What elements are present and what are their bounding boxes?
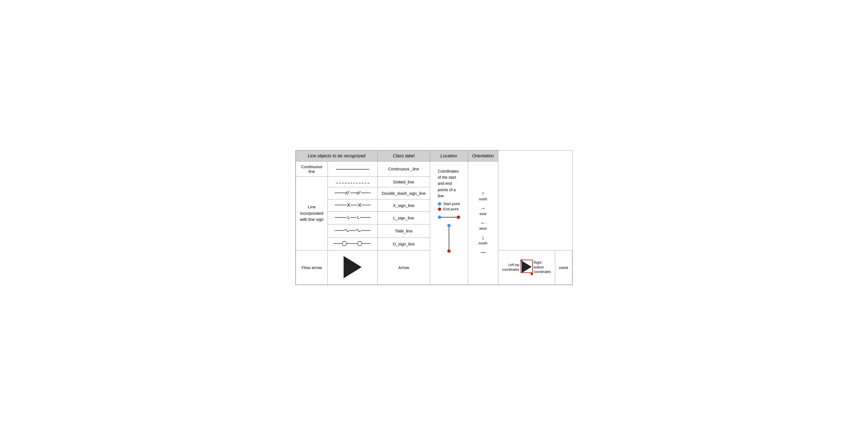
orient-north: ↑ north (479, 190, 487, 201)
flow-location-content: Left topcoordinates Right bottomcoordina… (502, 261, 551, 274)
vert-end-dot (447, 249, 451, 253)
x-sign-visual (328, 199, 377, 211)
flow-arrow-visual (328, 250, 377, 285)
continuous-line-graphic (336, 169, 369, 170)
header-class-label: Class label (377, 150, 430, 161)
continuous-line-name: Continuous line (296, 161, 328, 176)
flow-bottom-right-dot (530, 273, 533, 275)
orient-west: ← west (479, 220, 487, 231)
end-point-label: End point (443, 207, 459, 211)
orientation-list: ↑ north → east ← west ↓ (472, 190, 494, 256)
arrow-left-icon: ← (480, 220, 486, 226)
double-slash-graphic (333, 190, 372, 196)
orient-west-label: west (479, 226, 487, 231)
continuous-line-visual (328, 161, 377, 176)
orient-east: → east (479, 205, 487, 216)
dotted-line-visual (328, 176, 377, 187)
right-bottom-label: Right bottomcoordinates (534, 261, 551, 274)
flow-arrow-annotated (522, 261, 532, 274)
dotted-line-label: Dotted_line (377, 176, 430, 187)
arrow-none-icon: — (480, 249, 486, 256)
o-sign-visual (328, 237, 377, 250)
flow-arrow-label: Arrow (377, 250, 430, 285)
line-incorporated-name: Lineincorporatedwith line sign (296, 176, 328, 250)
start-point-dot (438, 202, 441, 206)
flow-arrow-location: Left topcoordinates Right bottomcoordina… (498, 250, 555, 285)
location-desc-text: Coordinates of the startand end points o… (438, 168, 460, 199)
arrow-right-icon: → (480, 205, 486, 211)
end-point-dot (438, 207, 441, 211)
header-orientation: Orientation (468, 150, 498, 161)
vert-line-example (438, 224, 460, 253)
orient-east-label: east (479, 212, 487, 216)
o-sign-graphic (332, 240, 374, 246)
double-slash-label: Double_slash_sign_line (377, 187, 430, 199)
orient-south: ↓ south (479, 234, 488, 245)
svg-point-27 (358, 241, 362, 246)
orient-none: — (480, 249, 486, 256)
tilde-visual (328, 224, 377, 237)
orient-south-label: south (479, 241, 488, 245)
horiz-line-example (438, 215, 460, 219)
flow-arrow-triangle-icon (344, 256, 362, 278)
o-sign-label: O_sign_line (377, 237, 430, 250)
tilde-graphic (333, 227, 372, 234)
recognition-table: Line objects to be recognized Class labe… (296, 150, 572, 285)
location-merged-cell: Coordinates of the startand end points o… (430, 161, 468, 285)
svg-point-25 (342, 241, 347, 246)
dotted-line-graphic (336, 183, 369, 183)
flow-arrow-name: Flow arrow (296, 250, 328, 285)
l-sign-visual (328, 211, 377, 224)
horiz-start-dot (438, 215, 441, 219)
start-point-label: Start point (443, 202, 460, 206)
header-line-objects: Line objects to be recognized (296, 150, 378, 161)
orient-north-label: north (479, 197, 487, 201)
continuous-line-label: Continuous _line (377, 161, 430, 176)
horiz-line (441, 217, 457, 218)
left-top-label: Left topcoordinates (502, 263, 519, 272)
x-sign-graphic (333, 202, 372, 208)
arrow-up-icon: ↑ (482, 190, 485, 197)
arrow-down-icon: ↓ (482, 234, 485, 241)
x-sign-label: X_sign_line (377, 199, 430, 211)
tilde-label: Tilde_line (377, 224, 430, 237)
horiz-end-dot (457, 215, 460, 219)
main-table-wrapper: Line objects to be recognized Class labe… (295, 150, 573, 285)
header-location: Location (430, 150, 468, 161)
flow-arrow-orientation: none (555, 250, 572, 285)
vert-line (449, 227, 449, 249)
flow-arrow-bounding-box (521, 260, 533, 273)
l-sign-graphic (333, 214, 372, 221)
double-slash-visual (328, 187, 377, 199)
l-sign-label: L_sign_line (377, 211, 430, 224)
table-row: Continuous line Continuous _line Coordin… (296, 161, 572, 176)
vert-start-dot (447, 224, 451, 227)
orientation-merged-cell: ↑ north → east ← west ↓ (468, 161, 498, 285)
